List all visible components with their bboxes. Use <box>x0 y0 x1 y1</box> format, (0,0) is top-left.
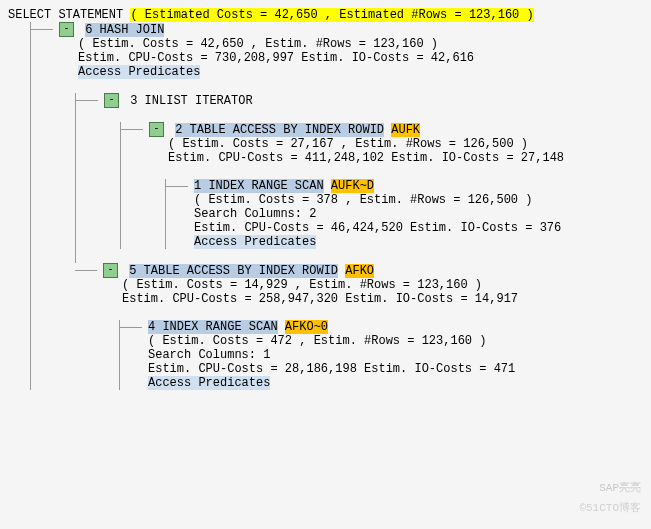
table-afko-node[interactable]: - 5 TABLE ACCESS BY INDEX ROWID AFKO <box>75 263 643 278</box>
hash-join-node[interactable]: - 6 HASH JOIN <box>31 22 643 37</box>
afko0-cpu: Estim. CPU-Costs = 28,186,198 Estim. IO-… <box>148 362 515 376</box>
aufkd-estim: ( Estim. Costs = 378 , Estim. #Rows = 12… <box>194 193 532 207</box>
root-label: SELECT STATEMENT <box>8 8 123 22</box>
table-aufk: AUFK <box>391 123 420 137</box>
table-aufk-node[interactable]: - 2 TABLE ACCESS BY INDEX ROWID AUFK <box>121 122 643 137</box>
hash-join-label: 6 HASH JOIN <box>85 23 164 37</box>
aufkd-pred[interactable]: Access Predicates <box>194 235 316 249</box>
root-node[interactable]: SELECT STATEMENT ( Estimated Costs = 42,… <box>8 8 643 22</box>
collapse-icon[interactable]: - <box>59 22 74 37</box>
collapse-icon[interactable]: - <box>104 93 119 108</box>
hash-join-estim: ( Estim. Costs = 42,650 , Estim. #Rows =… <box>78 37 438 51</box>
table-afko: AFKO <box>345 264 374 278</box>
afko0-search: Search Columns: 1 <box>148 348 270 362</box>
aufk-cpu: Estim. CPU-Costs = 411,248,102 Estim. IO… <box>168 151 564 165</box>
aufkd-search: Search Columns: 2 <box>194 207 316 221</box>
aufk-estim: ( Estim. Costs = 27,167 , Estim. #Rows =… <box>168 137 528 151</box>
root-estimate: ( Estimated Costs = 42,650 , Estimated #… <box>130 8 533 22</box>
index-aufkd-label: 1 INDEX RANGE SCAN <box>194 179 324 193</box>
index-afko0-label: 4 INDEX RANGE SCAN <box>148 320 278 334</box>
index-afko0: AFKO~0 <box>285 320 328 334</box>
table-afko-label: 5 TABLE ACCESS BY INDEX ROWID <box>129 264 338 278</box>
inlist-label: 3 INLIST ITERATOR <box>130 94 252 108</box>
index-aufkd: AUFK~D <box>331 179 374 193</box>
explain-plan-tree: SELECT STATEMENT ( Estimated Costs = 42,… <box>8 8 643 390</box>
afko-cpu: Estim. CPU-Costs = 258,947,320 Estim. IO… <box>122 292 518 306</box>
afko0-estim: ( Estim. Costs = 472 , Estim. #Rows = 12… <box>148 334 486 348</box>
afko-estim: ( Estim. Costs = 14,929 , Estim. #Rows =… <box>122 278 482 292</box>
table-aufk-label: 2 TABLE ACCESS BY INDEX ROWID <box>175 123 384 137</box>
afko0-pred[interactable]: Access Predicates <box>148 376 270 390</box>
inlist-node[interactable]: - 3 INLIST ITERATOR <box>76 93 643 108</box>
index-aufkd-node[interactable]: 1 INDEX RANGE SCAN AUFK~D <box>166 179 643 193</box>
collapse-icon[interactable]: - <box>149 122 164 137</box>
aufkd-cpu: Estim. CPU-Costs = 46,424,520 Estim. IO-… <box>194 221 561 235</box>
collapse-icon[interactable]: - <box>103 263 118 278</box>
hash-join-pred[interactable]: Access Predicates <box>78 65 200 79</box>
index-afko0-node[interactable]: 4 INDEX RANGE SCAN AFKO~0 <box>120 320 643 334</box>
hash-join-cpu: Estim. CPU-Costs = 730,208,997 Estim. IO… <box>78 51 474 65</box>
